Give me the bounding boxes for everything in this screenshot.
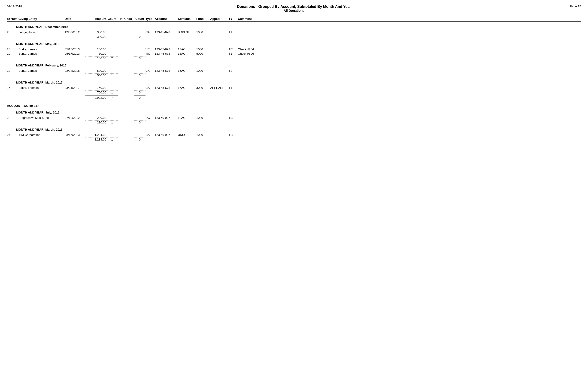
subtotal-count2: 0 <box>134 35 146 38</box>
row-inkinds <box>118 116 134 120</box>
row-ty: T1 <box>229 52 238 55</box>
table-row: 15 Baker, Thomas 03/31/2017 750.00 CA 12… <box>7 86 581 90</box>
row-giving: Burke, James <box>18 69 65 72</box>
row-ty: T1 <box>229 86 238 90</box>
subtotal-count: 2 <box>106 56 118 60</box>
row-stimulus: 13AC <box>178 48 196 51</box>
row-account: 123-45-678 <box>155 31 178 34</box>
report-body: MONTH AND YEAR: December, 2012 23 Lodge,… <box>7 25 581 142</box>
col-count: Count <box>106 17 118 21</box>
col-inkinds: In-Kinds <box>118 17 134 21</box>
table-row: 23 Lodge, John 12/30/2012 300.00 CA 123-… <box>7 30 581 34</box>
row-stimulus: BRKFST <box>178 31 196 34</box>
total-amount: 2,902.00 <box>85 96 106 99</box>
subtotal-amount: 230.00 <box>85 120 106 124</box>
row-appeal <box>210 116 229 120</box>
row-type: CA <box>146 133 155 137</box>
row-amount: 500.00 <box>85 69 106 72</box>
col-date: Date <box>65 17 85 21</box>
subtotal-row: 300.00 1 0 <box>7 34 581 39</box>
row-account: 123-45-678 <box>155 52 178 55</box>
row-amount: 30.00 <box>85 52 106 55</box>
month-year-header: MONTH AND YEAR: July, 2012 <box>7 111 581 114</box>
report-title: Donations - Grouped By Account, Subtotal… <box>7 5 581 9</box>
column-headers: ID Num Giving Entity Date Amount Count I… <box>7 17 581 22</box>
row-id: 24 <box>7 133 18 137</box>
table-row: 20 Burke, James 02/24/2016 500.00 CK 123… <box>7 68 581 73</box>
row-appeal <box>210 69 229 72</box>
row-fund: 3000 <box>196 86 210 90</box>
row-fund: 1000 <box>196 31 210 34</box>
row-amount: 300.00 <box>85 31 106 34</box>
row-date: 05/17/2013 <box>65 52 85 55</box>
row-stimulus: UNSOL <box>178 133 196 137</box>
row-comment: Check #254 <box>238 48 270 51</box>
row-date: 03/31/2017 <box>65 86 85 90</box>
row-amount: 100.00 <box>85 48 106 51</box>
subtotal-row: 130.00 2 0 <box>7 56 581 61</box>
row-inkinds <box>118 133 134 137</box>
subtotal-count2: 0 <box>134 73 146 77</box>
col-fund: Fund <box>196 17 210 21</box>
subtotal-amount: 750.00 <box>85 91 106 94</box>
col-stimulus: Stimulus <box>178 17 196 21</box>
subtotal-amount: 300.00 <box>85 35 106 38</box>
row-count <box>106 116 118 120</box>
row-account: 123-50-937 <box>155 133 178 137</box>
month-year-header: MONTH AND YEAR: March, 2013 <box>7 128 581 131</box>
col-account: Account <box>155 17 178 21</box>
subtotal-count: 1 <box>106 120 118 124</box>
row-stimulus: 13AC <box>178 52 196 55</box>
row-id: 20 <box>7 52 18 55</box>
row-count <box>106 52 118 55</box>
row-id: 20 <box>7 48 18 51</box>
row-id: 20 <box>7 69 18 72</box>
row-fund: 1000 <box>196 133 210 137</box>
row-giving: Burke, James <box>18 48 65 51</box>
row-comment: Check #896 <box>238 52 270 55</box>
row-comment <box>238 133 270 137</box>
row-amount: 230.00 <box>85 116 106 120</box>
row-appeal <box>210 31 229 34</box>
row-comment <box>238 116 270 120</box>
row-inkinds <box>118 86 134 90</box>
row-type: VC <box>146 48 155 51</box>
table-row: 20 Burke, James 05/17/2013 30.00 MC 123-… <box>7 51 581 56</box>
row-fund: 5000 <box>196 52 210 55</box>
row-stimulus: 17AC <box>178 86 196 90</box>
col-count2: Count <box>134 17 146 21</box>
row-count <box>106 86 118 90</box>
subtotal-row: 230.00 1 0 <box>7 120 581 125</box>
row-account: 123-45-678 <box>155 86 178 90</box>
account-header: ACCOUNT: 123-50-937 <box>7 104 581 107</box>
report-date: 02/12/2018 <box>7 5 22 8</box>
month-year-header: MONTH AND YEAR: February, 2016 <box>7 64 581 67</box>
row-account: 123-45-678 <box>155 69 178 72</box>
subtotal-amount: 1,234.00 <box>85 137 106 141</box>
row-comment <box>238 69 270 72</box>
row-type: CA <box>146 86 155 90</box>
subtotal-count: 1 <box>106 137 118 141</box>
row-giving: Progressive Music, Inc. <box>18 116 65 120</box>
row-fund: 1000 <box>196 116 210 120</box>
row-account: 123-45-678 <box>155 48 178 51</box>
row-count <box>106 31 118 34</box>
row-giving: Burke, James <box>18 52 65 55</box>
total-count2: 0 <box>134 96 146 99</box>
report-subtitle: All Donations <box>7 9 581 12</box>
subtotal-amount: 130.00 <box>85 56 106 60</box>
row-count2 <box>134 31 146 34</box>
row-amount: 1,234.00 <box>85 133 106 137</box>
subtotal-count2: 0 <box>134 137 146 141</box>
row-inkinds <box>118 48 134 51</box>
row-id: 15 <box>7 86 18 90</box>
row-appeal <box>210 52 229 55</box>
row-date: 03/17/2013 <box>65 133 85 137</box>
col-amount: Amount <box>85 17 106 21</box>
row-count <box>106 69 118 72</box>
row-type: CK <box>146 69 155 72</box>
row-count2 <box>134 133 146 137</box>
row-count2 <box>134 69 146 72</box>
col-id-num: ID Num <box>7 17 18 21</box>
row-fund: 1000 <box>196 48 210 51</box>
